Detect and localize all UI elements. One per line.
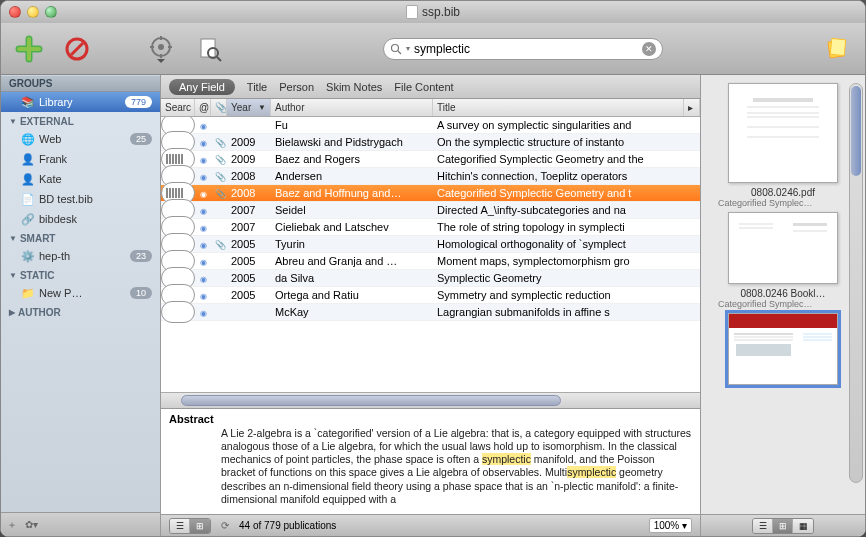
zoom-window-button[interactable]	[45, 6, 57, 18]
sidebar-item-library[interactable]: 📚 Library 779	[1, 92, 160, 112]
preview-item[interactable]: 0808.0246.pdf Categorified Symplec…	[709, 83, 857, 208]
window-title: ssp.bib	[406, 5, 460, 19]
col-type[interactable]: @	[195, 99, 211, 116]
col-menu-button[interactable]: ▸	[684, 99, 700, 116]
status-text: 44 of 779 publications	[239, 520, 336, 531]
globe-icon: 🌐	[21, 132, 35, 146]
sidebar: GROUPS 📚 Library 779 ▼EXTERNAL 🌐Web25 👤F…	[1, 75, 161, 536]
svg-line-10	[217, 57, 221, 61]
preview-view-toggle[interactable]: ☰⊞▦	[752, 518, 814, 534]
table-row[interactable]: ◉McKayLagrangian submanifolds in affine …	[161, 304, 700, 321]
external-group-header[interactable]: ▼EXTERNAL	[1, 112, 160, 129]
static-group-header[interactable]: ▼STATIC	[1, 266, 160, 283]
svg-point-11	[392, 44, 399, 51]
groups-header: GROUPS	[1, 75, 160, 92]
svg-line-12	[398, 51, 401, 54]
preview-footer: ☰⊞▦	[701, 514, 865, 536]
table-row[interactable]: ◉2005Ortega and RatiuSymmetry and symple…	[161, 287, 700, 304]
person-icon: 👤	[21, 172, 35, 186]
col-title[interactable]: Title	[433, 99, 684, 116]
svg-rect-14	[830, 38, 846, 55]
add-button[interactable]	[13, 33, 45, 65]
preview-item[interactable]	[709, 313, 857, 389]
preview-button[interactable]	[193, 33, 225, 65]
table-header[interactable]: Searc @ 📎 Year▼ Author Title ▸	[161, 99, 700, 117]
abstract-heading: Abstract	[161, 409, 700, 425]
add-group-button[interactable]: ＋	[7, 518, 17, 532]
table-row[interactable]: ◉📎2008AndersenHitchin's connection, Toep…	[161, 168, 700, 185]
delete-button[interactable]	[61, 33, 93, 65]
search-field[interactable]: ▾ ✕	[383, 38, 663, 60]
clear-search-button[interactable]: ✕	[642, 42, 656, 56]
pdf-thumbnail[interactable]	[728, 313, 838, 385]
filter-person[interactable]: Person	[279, 81, 314, 93]
pdf-thumbnail[interactable]	[728, 212, 838, 284]
sidebar-item-hepth[interactable]: ⚙️hep-th23	[1, 246, 160, 266]
svg-point-3	[158, 44, 164, 50]
filter-file-content[interactable]: File Content	[394, 81, 453, 93]
author-group-header[interactable]: ▶AUTHOR	[1, 303, 160, 320]
sidebar-item-newp[interactable]: 📁New P…10	[1, 283, 160, 303]
paperclip-icon: 📎	[215, 102, 227, 113]
col-year[interactable]: Year▼	[227, 99, 271, 116]
close-window-button[interactable]	[9, 6, 21, 18]
sidebar-action-button[interactable]: ✿▾	[25, 519, 38, 530]
table-row[interactable]: ◉2005Abreu and Granja and …Moment maps, …	[161, 253, 700, 270]
titlebar[interactable]: ssp.bib	[1, 1, 865, 23]
smart-group-header[interactable]: ▼SMART	[1, 229, 160, 246]
app-window: ssp.bib ▾ ✕ GROUPS	[0, 0, 866, 537]
folder-icon: 📁	[21, 286, 35, 300]
link-icon: 🔗	[21, 212, 35, 226]
pdf-thumbnail[interactable]	[728, 83, 838, 183]
table-row[interactable]: ◉📎2009Bielawski and PidstrygachOn the sy…	[161, 134, 700, 151]
table-row[interactable]: ◉2007Cieliebak and LatschevThe role of s…	[161, 219, 700, 236]
table-row[interactable]: ◉📎2005TyurinHomological orthogonality of…	[161, 236, 700, 253]
sidebar-item-web[interactable]: 🌐Web25	[1, 129, 160, 149]
horizontal-scrollbar[interactable]	[161, 392, 700, 408]
preview-pane: 0808.0246.pdf Categorified Symplec… 0808…	[701, 75, 865, 536]
table-row[interactable]: ◉2005da SilvaSymplectic Geometry	[161, 270, 700, 287]
abstract-text[interactable]: A Lie 2-algebra is a `categorified' vers…	[161, 425, 700, 510]
toolbar: ▾ ✕	[1, 23, 865, 75]
library-icon: 📚	[21, 95, 35, 109]
col-author[interactable]: Author	[271, 99, 433, 116]
minimize-window-button[interactable]	[27, 6, 39, 18]
preview-item[interactable]: 0808.0246 Bookl… Categorified Symplec…	[709, 212, 857, 309]
filter-skim-notes[interactable]: Skim Notes	[326, 81, 382, 93]
main-pane: Any Field Title Person Skim Notes File C…	[161, 75, 701, 536]
zoom-selector[interactable]: 100% ▾	[649, 518, 692, 533]
scrollbar-thumb[interactable]	[181, 395, 561, 406]
document-icon	[406, 5, 418, 19]
layout-toggle[interactable]: ☰⊞	[169, 518, 211, 534]
status-bar: ☰⊞ ⟳ 44 of 779 publications 100% ▾	[161, 514, 700, 536]
filter-title[interactable]: Title	[247, 81, 267, 93]
search-input[interactable]	[414, 42, 638, 56]
doc-icon: 📄	[21, 192, 35, 206]
table-row[interactable]: ◉2007SeidelDirected A_\infty-subcategori…	[161, 202, 700, 219]
abstract-pane: Abstract A Lie 2-algebra is a `categorif…	[161, 408, 700, 514]
col-relevance[interactable]: Searc	[161, 99, 195, 116]
sidebar-item-kate[interactable]: 👤Kate	[1, 169, 160, 189]
sidebar-item-bdtest[interactable]: 📄BD test.bib	[1, 189, 160, 209]
filter-bar: Any Field Title Person Skim Notes File C…	[161, 75, 700, 99]
filter-any-field[interactable]: Any Field	[169, 79, 235, 95]
table-row[interactable]: ◉FuA survey on symplectic singularities …	[161, 117, 700, 134]
table-row[interactable]: ◉📎2009Baez and RogersCategorified Symple…	[161, 151, 700, 168]
col-attachment[interactable]: 📎	[211, 99, 227, 116]
table-body[interactable]: ◉FuA survey on symplectic singularities …	[161, 117, 700, 392]
preview-scrollbar-thumb[interactable]	[851, 86, 861, 176]
svg-line-1	[71, 43, 83, 55]
notes-button[interactable]	[821, 33, 853, 65]
person-icon: 👤	[21, 152, 35, 166]
sidebar-item-frank[interactable]: 👤Frank	[1, 149, 160, 169]
preview-scrollbar[interactable]	[849, 83, 863, 483]
search-icon	[390, 43, 402, 55]
smart-folder-icon: ⚙️	[21, 249, 35, 263]
sidebar-item-bibdesk[interactable]: 🔗bibdesk	[1, 209, 160, 229]
reload-button[interactable]: ⟳	[221, 520, 229, 531]
table-row[interactable]: ◉📎2008Baez and Hoffnung and…Categorified…	[161, 185, 700, 202]
sidebar-footer: ＋ ✿▾	[1, 512, 160, 536]
action-menu-button[interactable]	[145, 33, 177, 65]
